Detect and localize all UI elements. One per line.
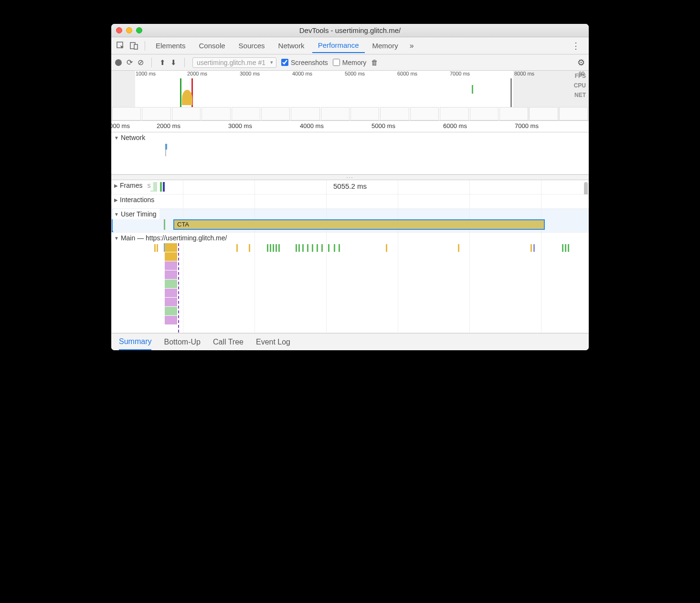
ruler-tick: 2000 ms xyxy=(157,122,180,129)
task-tick[interactable] xyxy=(302,244,304,252)
network-header[interactable]: ▼ Network xyxy=(111,132,148,143)
clear-icon[interactable]: ⊘ xyxy=(138,58,144,67)
task-tick[interactable] xyxy=(273,244,274,252)
ov-tick: 3000 ms xyxy=(240,71,260,76)
frame-block[interactable] xyxy=(163,182,165,192)
network-request-bar[interactable] xyxy=(165,150,166,156)
timing-mark[interactable] xyxy=(164,219,165,230)
task-tick[interactable] xyxy=(278,244,280,252)
tab-network[interactable]: Network xyxy=(273,39,310,53)
grid-lines xyxy=(111,194,589,208)
task-tick[interactable] xyxy=(276,244,277,252)
main-label: Main — https://usertiming.glitch.me/ xyxy=(121,234,227,242)
interactions-track[interactable]: ▶ Interactions xyxy=(111,194,589,209)
time-cursor[interactable] xyxy=(178,243,179,333)
window-title: DevTools - usertiming.glitch.me/ xyxy=(111,26,589,34)
settings-icon[interactable]: ⚙ xyxy=(577,57,585,68)
task-tick[interactable] xyxy=(270,244,271,252)
pane-resizer[interactable]: ··· xyxy=(111,174,589,180)
memory-toggle[interactable]: Memory xyxy=(333,59,367,66)
tab-call-tree[interactable]: Call Tree xyxy=(213,334,244,350)
cta-label: CTA xyxy=(177,221,189,228)
flamechart-area[interactable]: ▼ Network ··· ▶ Frames s 5055.2 ms xyxy=(111,132,589,333)
devtools-window: DevTools - usertiming.glitch.me/ Element… xyxy=(111,24,589,350)
overview-ruler: 1000 ms 2000 ms 3000 ms 4000 ms 5000 ms … xyxy=(111,71,589,79)
tab-elements[interactable]: Elements xyxy=(150,39,191,53)
frame-block[interactable] xyxy=(160,182,162,192)
task-tick[interactable] xyxy=(296,244,297,252)
tabs-overflow-icon[interactable]: » xyxy=(406,42,418,50)
screenshots-checkbox[interactable] xyxy=(281,59,288,66)
task-tick[interactable] xyxy=(307,244,308,252)
ruler-tick: 3000 ms xyxy=(228,122,252,129)
frames-suffix: s xyxy=(147,182,150,189)
reload-record-icon[interactable]: ⟳ xyxy=(127,58,133,67)
ov-tick: 4000 ms xyxy=(292,71,312,76)
tab-sources[interactable]: Sources xyxy=(233,39,271,53)
memory-checkbox[interactable] xyxy=(333,59,340,66)
screenshot-strip[interactable] xyxy=(111,107,589,120)
task-tick[interactable] xyxy=(312,244,313,252)
load-profile-icon[interactable]: ⬆ xyxy=(159,58,166,67)
task-tick[interactable] xyxy=(533,244,535,252)
task-tick[interactable] xyxy=(339,244,340,252)
interactions-label: Interactions xyxy=(120,196,154,204)
tab-summary[interactable]: Summary xyxy=(119,334,151,350)
task-tick[interactable] xyxy=(317,244,318,252)
task-tick[interactable] xyxy=(154,244,156,252)
fps-label: FPS xyxy=(575,73,586,79)
task-tick[interactable] xyxy=(334,244,335,252)
screenshots-label: Screenshots xyxy=(291,59,328,66)
garbage-collect-icon[interactable]: 🗑 xyxy=(371,58,378,66)
main-header[interactable]: ▼ Main — https://usertiming.glitch.me/ xyxy=(111,233,230,243)
task-tick[interactable] xyxy=(267,244,268,252)
network-track[interactable]: ▼ Network xyxy=(111,132,589,174)
separator xyxy=(145,41,145,51)
user-timing-track[interactable]: ▼ User Timing CTA xyxy=(111,209,589,233)
chevron-down-icon: ▼ xyxy=(114,212,119,217)
task-tick[interactable] xyxy=(530,244,532,252)
task-tick[interactable] xyxy=(458,244,459,252)
task-tick[interactable] xyxy=(386,244,387,252)
task-tick[interactable] xyxy=(328,244,329,252)
cpu-peak xyxy=(182,90,192,105)
kebab-menu-icon[interactable]: ⋮ xyxy=(567,41,585,51)
detail-ruler[interactable]: 1000 ms 2000 ms 3000 ms 4000 ms 5000 ms … xyxy=(111,121,589,132)
network-request-bar[interactable] xyxy=(165,144,167,150)
tab-performance[interactable]: Performance xyxy=(312,38,365,53)
tab-memory[interactable]: Memory xyxy=(367,39,404,53)
main-thread-track[interactable]: ▼ Main — https://usertiming.glitch.me/ xyxy=(111,233,589,333)
frames-track[interactable]: ▶ Frames s 5055.2 ms xyxy=(111,180,589,194)
task-tick[interactable] xyxy=(562,244,563,252)
cta-measure-bar[interactable]: CTA xyxy=(173,219,545,230)
frames-label: Frames xyxy=(120,182,142,189)
cpu-label: CPU xyxy=(574,82,586,89)
task-tick[interactable] xyxy=(565,244,566,252)
tab-event-log[interactable]: Event Log xyxy=(256,334,290,350)
screenshots-toggle[interactable]: Screenshots xyxy=(281,59,328,66)
flame-stack[interactable] xyxy=(165,243,177,333)
save-profile-icon[interactable]: ⬇ xyxy=(170,58,177,67)
task-tick[interactable] xyxy=(236,244,238,252)
recording-select[interactable]: usertiming.glitch.me #1 xyxy=(192,57,276,68)
task-tick[interactable] xyxy=(568,244,569,252)
tab-bottom-up[interactable]: Bottom-Up xyxy=(164,334,200,350)
net-label: NET xyxy=(574,92,586,98)
inspect-element-icon[interactable] xyxy=(115,42,127,50)
task-tick[interactable] xyxy=(298,244,300,252)
task-tick[interactable] xyxy=(157,244,158,252)
user-timing-label: User Timing xyxy=(121,210,157,218)
frames-header[interactable]: ▶ Frames s xyxy=(111,180,153,191)
interactions-header[interactable]: ▶ Interactions xyxy=(111,194,157,205)
ov-tick: 2000 ms xyxy=(187,71,207,76)
device-toolbar-icon[interactable] xyxy=(128,42,140,50)
overview-window-edge[interactable] xyxy=(510,78,512,107)
user-timing-header[interactable]: ▼ User Timing xyxy=(111,209,159,219)
ov-tick: 8000 ms xyxy=(514,71,534,76)
ruler-tick: 6000 ms xyxy=(443,122,467,129)
overview-pane[interactable]: 1000 ms 2000 ms 3000 ms 4000 ms 5000 ms … xyxy=(111,71,589,121)
task-tick[interactable] xyxy=(321,244,323,252)
task-tick[interactable] xyxy=(249,244,250,252)
tab-console[interactable]: Console xyxy=(193,39,231,53)
record-icon[interactable] xyxy=(115,59,122,66)
